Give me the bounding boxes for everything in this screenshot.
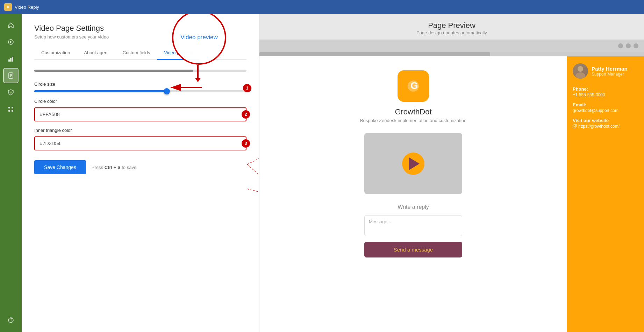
app-icon [4, 3, 12, 11]
svg-line-22 [247, 164, 259, 189]
video-thumbnail[interactable] [364, 133, 462, 194]
svg-rect-14 [12, 110, 13, 112]
agent-avatar [573, 63, 588, 79]
tab-video-preview[interactable]: Video preview [157, 47, 199, 60]
window-dot-2 [626, 43, 631, 48]
agent-website-section: Visit our website https://growthdot.com/ [573, 118, 638, 129]
agent-email-label: Email: [573, 102, 638, 107]
tab-custom-fields[interactable]: Custom fields [116, 47, 157, 60]
title-bar: Video Reply [0, 0, 644, 14]
company-logo: G [398, 70, 429, 102]
save-section: Save Changes Press Ctrl + S to save [34, 160, 246, 174]
settings-title: Video Page Settings [34, 24, 246, 33]
message-placeholder: Message... [364, 215, 462, 236]
svg-rect-13 [8, 110, 10, 112]
progress-bar [34, 70, 246, 72]
agent-phone-section: Phone: +1-555-555-0000 [573, 86, 638, 97]
agent-website-label: Visit our website [573, 118, 638, 123]
play-icon [409, 157, 420, 170]
sidebar-item-chart[interactable] [3, 51, 19, 66]
agent-name: Patty Herrman [592, 66, 628, 72]
sidebar-item-document[interactable] [3, 68, 19, 83]
svg-point-28 [575, 72, 585, 79]
scroll-indicator [259, 52, 644, 56]
play-button[interactable] [402, 153, 424, 175]
settings-subtitle: Setup how customers see your video [34, 34, 246, 40]
circle-size-badge: 1 [243, 84, 251, 92]
sidebar-item-home[interactable] [3, 17, 19, 33]
scroll-thumb[interactable] [259, 52, 490, 56]
slider-fill [34, 90, 166, 92]
company-name: GrowthDot [395, 107, 431, 116]
content-area: Video preview Video Page Settings Setup … [22, 14, 644, 332]
sidebar-item-grid[interactable] [3, 101, 19, 117]
agent-website-value: https://growthdot.com/ [578, 124, 620, 129]
svg-rect-11 [8, 107, 10, 108]
app-title: Video Reply [15, 5, 39, 10]
tab-customization[interactable]: Customization [34, 47, 77, 60]
triangle-color-badge: 3 [242, 139, 250, 148]
preview-main-area: G GrowthDot Bespoke Zendesk implementati… [259, 56, 567, 332]
agent-avatar-image [573, 63, 588, 79]
svg-rect-12 [12, 107, 13, 108]
write-reply-label: Write a reply [398, 204, 429, 210]
send-message-button[interactable]: Send a message [364, 242, 462, 257]
slider-thumb[interactable] [164, 88, 170, 94]
svg-point-27 [578, 66, 583, 72]
triangle-color-label: Inner triangle color [34, 128, 246, 133]
agent-role: Support Manager [592, 72, 628, 77]
agent-email-value: growthdot@support.com [573, 108, 638, 113]
agent-sidebar: Patty Herrman Support Manager Phone: +1-… [567, 56, 644, 332]
preview-header: Page Preview Page design updates automat… [259, 14, 644, 40]
svg-line-21 [247, 150, 259, 164]
agent-header: Patty Herrman Support Manager [573, 63, 638, 79]
sidebar-item-shield[interactable] [3, 85, 19, 100]
tabs-container: Customization About agent Custom fields … [34, 47, 246, 60]
svg-text:G: G [410, 80, 418, 91]
sidebar-item-help[interactable]: ? [3, 312, 19, 328]
svg-rect-6 [12, 57, 13, 62]
circle-size-group: Circle size [34, 82, 246, 92]
preview-window-bar [259, 40, 644, 52]
circle-color-label: Circle color [34, 99, 246, 104]
circle-size-label: Circle size [34, 82, 246, 87]
progress-fill [34, 70, 193, 72]
agent-website-link[interactable]: https://growthdot.com/ [573, 124, 638, 129]
window-dot-1 [618, 43, 623, 48]
svg-line-23 [247, 189, 259, 196]
save-hint: Press Ctrl + S to save [92, 165, 136, 170]
circle-color-group: Circle color #FFA508 2 [34, 99, 246, 121]
agent-phone-value: +1-555-555-0000 [573, 92, 638, 97]
triangle-color-input[interactable]: #7D3D54 [40, 141, 241, 146]
settings-panel: Video preview Video Page Settings Setup … [22, 14, 259, 332]
slider-track[interactable] [34, 90, 246, 92]
tab-about-agent[interactable]: About agent [77, 47, 115, 60]
circle-color-badge: 2 [242, 110, 250, 119]
company-tagline: Bespoke Zendesk implementation and custo… [360, 118, 466, 123]
svg-rect-5 [10, 58, 12, 62]
preview-subtitle: Page design updates automatically [270, 30, 634, 35]
triangle-color-group: Inner triangle color #7D3D54 3 [34, 128, 246, 150]
svg-marker-3 [10, 41, 12, 43]
agent-info: Patty Herrman Support Manager [592, 66, 628, 77]
circle-color-wrapper: #FFA508 2 [34, 107, 246, 121]
triangle-color-wrapper: #7D3D54 3 [34, 136, 246, 150]
agent-phone-label: Phone: [573, 86, 638, 92]
preview-title: Page Preview [270, 21, 634, 30]
main-layout: ? Video preview Video Page Settings Setu… [0, 14, 644, 332]
slider-wrapper: 1 [34, 90, 246, 92]
preview-content: G GrowthDot Bespoke Zendesk implementati… [259, 56, 644, 332]
circle-color-input[interactable]: #FFA508 [40, 112, 241, 117]
message-placeholder-text: Message... [369, 219, 391, 224]
svg-rect-4 [8, 59, 10, 62]
sidebar: ? [0, 14, 22, 332]
save-button[interactable]: Save Changes [34, 160, 86, 174]
agent-email-section: Email: growthdot@support.com [573, 102, 638, 113]
preview-panel: Page Preview Page design updates automat… [259, 14, 644, 332]
sidebar-item-play[interactable] [3, 34, 19, 50]
window-dot-3 [634, 43, 638, 48]
annotation-lines [247, 147, 259, 252]
svg-text:?: ? [10, 318, 13, 323]
